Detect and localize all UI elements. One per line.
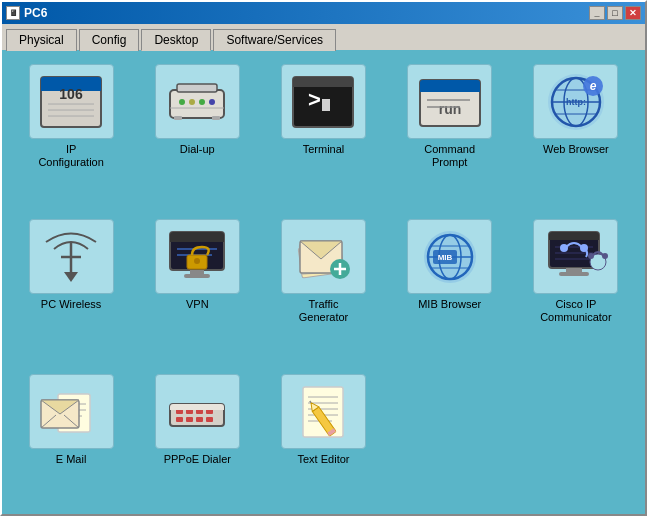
maximize-button[interactable]: □ (607, 6, 623, 20)
svg-point-9 (179, 99, 185, 105)
svg-point-75 (602, 253, 608, 259)
svg-text:e: e (590, 79, 597, 93)
window-title: PC6 (24, 6, 47, 20)
svg-rect-15 (212, 116, 220, 120)
vpn-label: VPN (186, 298, 209, 311)
svg-text:run: run (438, 101, 461, 117)
svg-rect-90 (176, 417, 183, 422)
traffic-generator-label: TrafficGenerator (299, 298, 349, 324)
cisco-ip-communicator-label: Cisco IPCommunicator (540, 298, 612, 324)
tab-desktop[interactable]: Desktop (141, 29, 211, 51)
tab-physical[interactable]: Physical (6, 29, 77, 51)
app-cisco-ip-communicator[interactable]: Cisco IPCommunicator (517, 215, 635, 362)
app-mib-browser[interactable]: MIB MIB Browser (391, 215, 509, 362)
svg-point-12 (209, 99, 215, 105)
svg-rect-18 (293, 82, 353, 87)
tab-config[interactable]: Config (79, 29, 140, 51)
svg-point-74 (588, 253, 594, 259)
dial-up-icon (155, 64, 240, 139)
app-ip-config[interactable]: 106 IPConfiguration (12, 60, 130, 207)
svg-rect-91 (186, 417, 193, 422)
terminal-icon: > (281, 64, 366, 139)
dial-up-label: Dial-up (180, 143, 215, 156)
pc-wireless-icon (29, 219, 114, 294)
svg-rect-65 (549, 237, 599, 240)
tab-bar: Physical Config Desktop Software/Service… (2, 24, 645, 50)
text-editor-icon (281, 374, 366, 449)
app-dial-up[interactable]: Dial-up (138, 60, 256, 207)
web-browser-icon: http: e (533, 64, 618, 139)
ip-config-label: IPConfiguration (38, 143, 103, 169)
traffic-generator-icon (281, 219, 366, 294)
app-vpn[interactable]: VPN (138, 215, 256, 362)
title-bar-left: 🖥 PC6 (6, 6, 47, 20)
svg-point-10 (189, 99, 195, 105)
main-window: 🖥 PC6 _ □ ✕ Physical Config Desktop Soft… (0, 0, 647, 516)
app-web-browser[interactable]: http: e Web Browser (517, 60, 635, 207)
app-traffic-generator[interactable]: TrafficGenerator (264, 215, 382, 362)
app-email[interactable]: @ E Mail (12, 370, 130, 504)
svg-rect-93 (206, 417, 213, 422)
pc-wireless-label: PC Wireless (41, 298, 102, 311)
vpn-icon (155, 219, 240, 294)
svg-text:http:: http: (566, 97, 586, 107)
svg-text:MIB: MIB (437, 253, 452, 262)
app-pppoe-dialer[interactable]: PPPoE Dialer (138, 370, 256, 504)
svg-point-45 (194, 258, 200, 264)
svg-line-105 (310, 401, 311, 403)
svg-rect-95 (170, 407, 224, 410)
desktop-content: 106 IPConfiguration (2, 50, 645, 514)
app-terminal[interactable]: > Terminal (264, 60, 382, 207)
web-browser-label: Web Browser (543, 143, 609, 156)
svg-rect-20 (322, 99, 330, 111)
ip-config-icon: 106 (29, 64, 114, 139)
mib-browser-icon: MIB (407, 219, 492, 294)
svg-rect-41 (170, 237, 224, 242)
svg-rect-14 (174, 116, 182, 120)
title-buttons: _ □ ✕ (589, 6, 641, 20)
app-text-editor[interactable]: Text Editor (264, 370, 382, 504)
svg-rect-47 (184, 274, 210, 278)
email-icon: @ (29, 374, 114, 449)
close-button[interactable]: ✕ (625, 6, 641, 20)
app-pc-wireless[interactable]: PC Wireless (12, 215, 130, 362)
svg-rect-72 (559, 272, 589, 276)
command-prompt-icon: run (407, 64, 492, 139)
svg-text:106: 106 (59, 86, 83, 102)
email-label: E Mail (56, 453, 87, 466)
window-icon: 🖥 (6, 6, 20, 20)
svg-point-11 (199, 99, 205, 105)
terminal-label: Terminal (303, 143, 345, 156)
svg-rect-92 (196, 417, 203, 422)
command-prompt-label: CommandPrompt (424, 143, 475, 169)
svg-marker-38 (64, 272, 78, 282)
app-command-prompt[interactable]: run CommandPrompt (391, 60, 509, 207)
text-editor-label: Text Editor (298, 453, 350, 466)
svg-rect-8 (177, 84, 217, 92)
pppoe-dialer-icon (155, 374, 240, 449)
svg-point-69 (560, 244, 568, 252)
title-bar: 🖥 PC6 _ □ ✕ (2, 2, 645, 24)
minimize-button[interactable]: _ (589, 6, 605, 20)
svg-rect-23 (420, 86, 480, 92)
mib-browser-label: MIB Browser (418, 298, 481, 311)
pppoe-dialer-label: PPPoE Dialer (164, 453, 231, 466)
tab-software[interactable]: Software/Services (213, 29, 336, 51)
svg-rect-7 (170, 90, 224, 118)
svg-text:>: > (308, 87, 321, 112)
cisco-ip-communicator-icon (533, 219, 618, 294)
